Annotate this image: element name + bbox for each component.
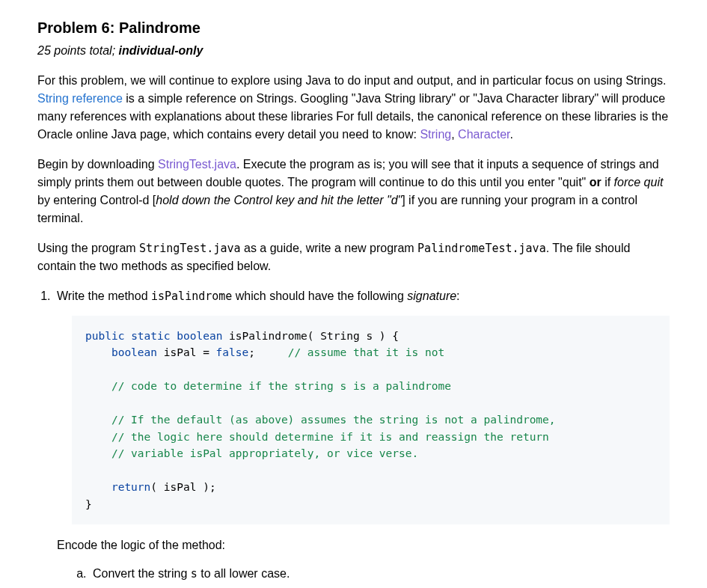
sub-ordered-list: Convert the string s to all lower case. … [57,565,670,588]
stringtest-java-link[interactable]: StringTest.java [158,158,236,171]
problem-title: Problem 6: Palindrome [37,16,670,39]
kw-return: return [111,481,150,493]
sub-a-text-2: to all lower case. [198,567,290,580]
comment-1: // assume that it is not [288,346,445,358]
individual-only: individual-only [119,44,203,57]
kw-static: static [131,330,170,342]
character-link[interactable]: Character [458,128,509,141]
ispalindrome-code: isPalindrome [151,290,232,303]
li1-text-a: Write the method [57,290,151,302]
li1-text-b: which should have the following [232,290,407,302]
palindrometest-code: PalindromeTest.java [417,242,546,255]
li1-text-c: : [456,290,459,302]
paragraph-3: Using the program StringTest.java as a g… [37,239,670,275]
kw-boolean-2: boolean [111,346,157,358]
paragraph-2: Begin by downloading StringTest.java. Ex… [37,156,670,227]
list-item-1: Write the method isPalindrome which shou… [54,287,670,588]
p2-or: or [590,176,602,189]
p1-text-d: . [509,128,512,141]
p2-text-d: by entering Control-d [ [37,194,156,206]
main-ordered-list: Write the method isPalindrome which shou… [37,287,670,588]
kw-boolean: boolean [177,330,222,342]
comment-2: // code to determine if the string s is … [111,380,451,392]
signature-word: signature [407,290,456,302]
comment-4: // the logic here should determine if it… [111,431,549,443]
points-text: 25 points total; [37,44,119,57]
code-l10-rest: ( isPal ); [150,481,215,493]
sub-item-a: Convert the string s to all lower case. [90,565,670,583]
code-close-brace: } [85,498,92,510]
code-l2-b: ; [248,346,287,358]
kw-false: false [216,346,249,358]
encode-logic-text: Encode the logic of the method: [57,536,670,554]
comment-3: // If the default (as above) assumes the… [111,414,556,426]
force-quit: force quit [614,176,664,189]
p1-text-a: For this problem, we will continue to ex… [37,74,666,87]
string-reference-link[interactable]: String reference [37,92,123,105]
string-link[interactable]: String [420,128,451,141]
code-l1-rest: isPalindrome( String s ) { [222,330,399,342]
p1-text-c: , [451,128,458,141]
s-code: s [191,567,198,581]
p1-text-b: is a simple reference on Strings. Googli… [37,92,668,141]
kw-public: public [85,330,124,342]
control-d-hint: hold down the Control key and hit the le… [156,194,402,206]
paragraph-1: For this problem, we will continue to ex… [37,72,670,144]
stringtest-code: StringTest.java [139,242,240,255]
p2-text-a: Begin by downloading [37,158,158,171]
p2-text-c: if [602,176,614,189]
comment-5: // variable isPal appropriately, or vice… [111,447,418,459]
code-block: public static boolean isPalindrome( Stri… [72,316,670,524]
sub-a-text-1: Convert the string [93,567,191,580]
code-l2-a: isPal = [157,346,216,358]
subtitle: 25 points total; individual-only [37,42,670,60]
p3-text-a: Using the program [37,242,139,254]
p3-text-b: as a guide, write a new program [241,242,418,254]
